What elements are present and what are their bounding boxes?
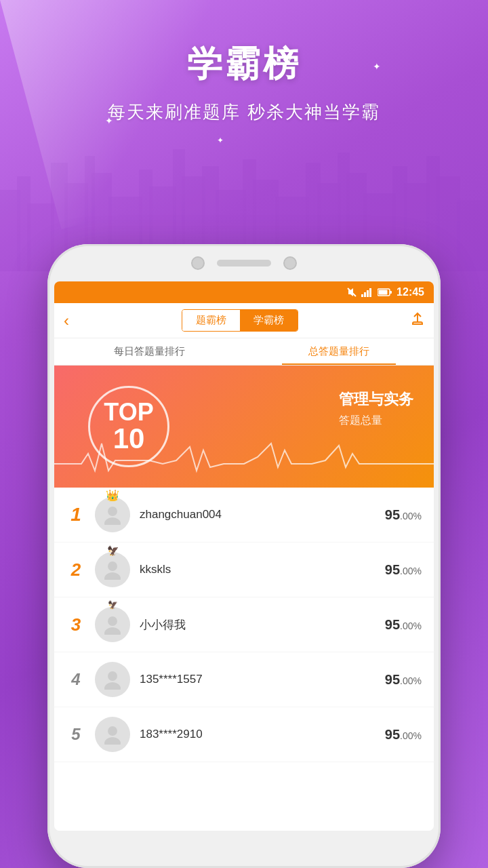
svg-point-41 (108, 671, 117, 681)
svg-rect-30 (367, 290, 369, 297)
score-decimal: .00 (400, 675, 413, 686)
user-score: 95.00% (385, 507, 422, 523)
phone-camera-2 (283, 256, 297, 270)
score-value: 95 (385, 672, 400, 687)
battery-icon (378, 288, 392, 296)
svg-rect-29 (364, 292, 366, 297)
avatar (95, 497, 130, 532)
sparkle-3: ✦ (217, 136, 224, 145)
svg-rect-2 (27, 203, 54, 271)
score-decimal: .00 (400, 566, 413, 576)
nav-tabs: 题霸榜 学霸榜 (182, 309, 298, 332)
score-decimal: .00 (400, 730, 413, 741)
wings-icon-3: 🦅 (108, 600, 118, 610)
list-item: 5 183****2910 95.00% (54, 707, 434, 762)
leaderboard-list: 1 👑 zhangchuan004 95.00% 2 (54, 488, 434, 831)
avatar-icon (102, 559, 123, 580)
score-unit: % (413, 566, 422, 576)
status-icons (346, 287, 392, 298)
rank-number: 5 (66, 725, 85, 744)
status-time: 12:45 (396, 286, 424, 298)
top-label: TOP (104, 400, 153, 425)
svg-point-36 (104, 517, 121, 525)
rank-number: 4 (66, 670, 85, 689)
avatar (95, 662, 130, 697)
user-score: 95.00% (385, 672, 422, 688)
sub-tabs: 每日答题量排行 总答题量排行 (54, 338, 434, 366)
username: 小小得我 (140, 617, 375, 633)
svg-rect-25 (436, 176, 460, 271)
score-unit: % (413, 620, 422, 631)
nav-bar: ‹ 题霸榜 学霸榜 (54, 303, 434, 338)
svg-rect-31 (369, 288, 371, 297)
app-screen: 12:45 ‹ 题霸榜 学霸榜 每日答题量排行 总答题量排行 TOP 10 (54, 281, 434, 831)
ecg-line (54, 440, 434, 474)
header-area: 学霸榜 每天来刷准题库 秒杀大神当学霸 (0, 41, 488, 124)
svg-rect-28 (361, 294, 363, 297)
svg-point-37 (108, 561, 117, 571)
avatar (95, 552, 130, 587)
svg-point-42 (104, 682, 121, 690)
svg-point-43 (108, 726, 117, 736)
mute-icon (346, 287, 357, 298)
avatar-icon (102, 505, 123, 525)
score-value: 95 (385, 562, 400, 577)
rank-number: 2 (66, 559, 85, 580)
list-item: 1 👑 zhangchuan004 95.00% (54, 488, 434, 542)
signal-icon (361, 288, 373, 297)
svg-point-40 (104, 627, 121, 635)
sub-tab-total[interactable]: 总答题量排行 (244, 338, 434, 365)
list-item: 3 🦅 小小得我 95.00% (54, 597, 434, 652)
score-decimal: .00 (400, 511, 413, 521)
svg-rect-34 (379, 290, 388, 295)
score-unit: % (413, 730, 422, 741)
tab-xueba[interactable]: 学霸榜 (240, 310, 298, 331)
phone-camera (191, 256, 205, 270)
svg-rect-26 (457, 200, 488, 271)
phone-top-area (191, 256, 297, 270)
banner-subject: 管理与实务 (339, 389, 413, 410)
rank-badge-3: 🦅 (95, 607, 130, 642)
svg-point-39 (108, 616, 117, 626)
page-title: 学霸榜 (0, 41, 488, 88)
user-score: 95.00% (385, 562, 422, 578)
list-item: 2 🦅 kkskls 95.00% (54, 542, 434, 597)
avatar (95, 607, 130, 642)
avatar-icon (102, 614, 123, 635)
score-unit: % (413, 675, 422, 686)
page-subtitle: 每天来刷准题库 秒杀大神当学霸 (0, 100, 488, 124)
score-unit: % (413, 511, 422, 521)
score-decimal: .00 (400, 620, 413, 631)
phone-frame: 12:45 ‹ 题霸榜 学霸榜 每日答题量排行 总答题量排行 TOP 10 (47, 244, 441, 868)
phone-speaker (217, 260, 271, 267)
user-score: 95.00% (385, 727, 422, 743)
rank-badge-1: 👑 (95, 497, 130, 532)
wings-icon: 🦅 (107, 545, 119, 556)
list-item: 4 135****1557 95.00% (54, 652, 434, 707)
rank-number: 1 (66, 504, 85, 526)
score-value: 95 (385, 727, 400, 742)
share-button[interactable] (411, 312, 424, 329)
banner-info: 管理与实务 答题总量 (339, 389, 413, 428)
svg-point-44 (104, 737, 121, 745)
avatar-icon (102, 724, 123, 745)
rank-number: 3 (66, 614, 85, 635)
banner-answer-label: 答题总量 (339, 414, 413, 428)
sub-tab-daily[interactable]: 每日答题量排行 (54, 338, 244, 365)
username: 135****1557 (140, 673, 375, 686)
svg-rect-33 (390, 291, 392, 294)
avatar-icon (102, 669, 123, 690)
score-value: 95 (385, 617, 400, 632)
crown-icon: 👑 (106, 489, 119, 502)
top10-banner: TOP 10 管理与实务 答题总量 (54, 366, 434, 488)
avatar (95, 717, 130, 752)
svg-point-35 (108, 507, 117, 516)
back-button[interactable]: ‹ (64, 311, 69, 330)
username: kkskls (140, 563, 375, 576)
username: zhangchuan004 (140, 508, 375, 521)
score-value: 95 (385, 507, 400, 522)
user-score: 95.00% (385, 617, 422, 633)
rank-badge-2: 🦅 (95, 552, 130, 587)
tab-tiba[interactable]: 题霸榜 (182, 310, 240, 331)
svg-point-38 (104, 572, 121, 580)
